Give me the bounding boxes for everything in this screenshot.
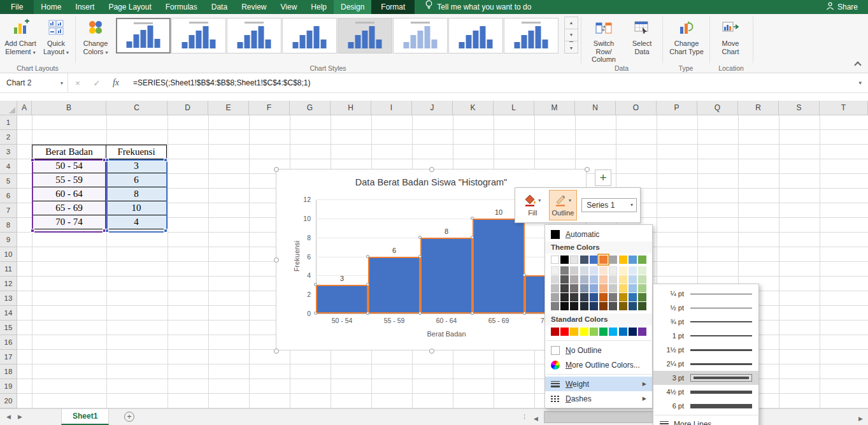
theme-color-variant-swatch[interactable] [629, 275, 637, 284]
theme-color-variant-swatch[interactable] [551, 302, 559, 310]
expand-formula-bar-icon[interactable]: ▾ [858, 80, 868, 86]
theme-color-variant-swatch[interactable] [619, 266, 627, 275]
standard-color-swatch[interactable] [629, 328, 637, 336]
theme-color-variant-swatch[interactable] [599, 284, 608, 292]
tab-data[interactable]: Data [204, 0, 234, 14]
gallery-scroll-up-button[interactable]: ▲ [564, 17, 578, 29]
theme-color-variant-swatch[interactable] [570, 284, 578, 292]
theme-color-variant-swatch[interactable] [609, 293, 617, 301]
theme-color-swatch[interactable] [609, 256, 617, 264]
chart-selection-handle[interactable] [274, 167, 279, 172]
row-header-20[interactable]: 20 [0, 394, 17, 408]
theme-color-variant-swatch[interactable] [638, 302, 646, 310]
theme-color-variant-swatch[interactable] [609, 266, 617, 275]
theme-color-swatch[interactable] [551, 256, 559, 264]
cell-berat-badan[interactable]: 55 - 59 [32, 173, 106, 187]
switch-row-column-button[interactable]: Switch Row/ Column [585, 16, 623, 66]
chart-title[interactable]: Data Berat Badan Siswa "Histogram" [276, 177, 586, 187]
tab-insert[interactable]: Insert [68, 0, 101, 14]
row-header-7[interactable]: 7 [0, 203, 17, 218]
sheet-nav-left-icon[interactable]: ◀ [6, 409, 11, 425]
theme-color-variant-swatch[interactable] [629, 293, 637, 301]
theme-color-variant-swatch[interactable] [560, 266, 569, 275]
column-header-c[interactable]: C [106, 101, 167, 115]
table-header-berat-badan[interactable]: Berat Badan [32, 145, 106, 159]
theme-color-variant-swatch[interactable] [570, 266, 578, 275]
enter-icon[interactable]: ✓ [87, 78, 106, 88]
chart-selection-handle[interactable] [429, 349, 434, 354]
row-header-2[interactable]: 2 [0, 130, 17, 145]
chart-elements-plus-button[interactable]: + [595, 169, 611, 186]
row-header-16[interactable]: 16 [0, 335, 17, 350]
chart-style-thumbnail-1[interactable] [116, 18, 171, 54]
gallery-expand-button[interactable]: ▼ [564, 41, 578, 54]
name-box[interactable]: Chart 2 ▾ [0, 73, 68, 92]
row-header-3[interactable]: 3 [0, 145, 17, 159]
gallery-scroll-down-button[interactable]: ▼ [564, 29, 578, 41]
theme-color-swatch[interactable] [560, 256, 569, 264]
series-bar-55-59[interactable] [368, 257, 420, 314]
theme-color-variant-swatch[interactable] [619, 302, 627, 310]
series-bar-65-69[interactable] [473, 219, 525, 313]
standard-color-swatch[interactable] [638, 328, 646, 336]
column-header-b[interactable]: B [32, 101, 106, 115]
column-header-a[interactable]: A [17, 101, 32, 115]
column-header-q[interactable]: Q [697, 101, 738, 115]
theme-color-variant-swatch[interactable] [629, 302, 637, 310]
row-header-5[interactable]: 5 [0, 174, 17, 189]
theme-color-variant-swatch[interactable] [570, 302, 578, 310]
chart-selection-handle[interactable] [274, 349, 279, 354]
scroll-left-icon[interactable]: ◀ [534, 411, 538, 425]
theme-color-variant-swatch[interactable] [599, 266, 608, 275]
series-bar-50-54[interactable] [316, 285, 368, 313]
select-data-button[interactable]: Select Data [625, 16, 658, 66]
column-header-g[interactable]: G [290, 101, 331, 115]
column-header-r[interactable]: R [738, 101, 779, 115]
chart-selection-handle[interactable] [274, 257, 279, 263]
chart-style-thumbnail-5[interactable] [338, 18, 392, 54]
cell-frekuensi[interactable]: 4 [106, 215, 167, 229]
theme-color-swatch[interactable] [580, 256, 588, 264]
column-header-k[interactable]: K [453, 101, 494, 115]
theme-color-variant-swatch[interactable] [560, 284, 569, 292]
theme-color-variant-swatch[interactable] [619, 293, 627, 301]
row-header-6[interactable]: 6 [0, 189, 17, 203]
theme-color-variant-swatch[interactable] [638, 293, 646, 301]
column-header-m[interactable]: M [534, 101, 575, 115]
row-header-14[interactable]: 14 [0, 306, 17, 321]
theme-color-variant-swatch[interactable] [609, 284, 617, 292]
theme-color-variant-swatch[interactable] [629, 284, 637, 292]
theme-color-variant-swatch[interactable] [580, 302, 588, 310]
series-selector[interactable]: Series 1 ▾ [581, 198, 637, 212]
theme-color-variant-swatch[interactable] [619, 284, 627, 292]
theme-color-variant-swatch[interactable] [560, 275, 569, 284]
standard-color-swatch[interactable] [570, 328, 578, 336]
chart-style-thumbnail-8[interactable] [504, 18, 559, 54]
theme-color-swatch[interactable] [590, 256, 598, 264]
theme-color-variant-swatch[interactable] [590, 266, 598, 275]
row-header-4[interactable]: 4 [0, 159, 17, 174]
quick-layout-button[interactable]: Quick Layout ▾ [39, 16, 73, 66]
theme-color-variant-swatch[interactable] [570, 293, 578, 301]
menu-item-dashes[interactable]: Dashes ▶ [545, 391, 652, 406]
theme-color-variant-swatch[interactable] [638, 284, 646, 292]
tell-me-box[interactable]: Tell me what you want to do [425, 0, 531, 14]
theme-color-variant-swatch[interactable] [599, 293, 608, 301]
weight-option-¾-pt[interactable]: ¾ pt [653, 315, 758, 329]
tab-review[interactable]: Review [234, 0, 273, 14]
formula-input[interactable]: =SERIES(;Sheet1!$B$4:$B$8;Sheet1!$C$4:$C… [133, 78, 311, 87]
chart-style-thumbnail-3[interactable] [227, 18, 281, 54]
cell-berat-badan[interactable]: 70 - 74 [32, 215, 106, 229]
standard-color-swatch[interactable] [551, 328, 559, 336]
theme-color-variant-swatch[interactable] [609, 275, 617, 284]
data-table[interactable]: Berat BadanFrekuensi50 - 54355 - 59660 -… [32, 145, 167, 229]
row-header-19[interactable]: 19 [0, 379, 17, 394]
change-chart-type-button[interactable]: Change Chart Type [666, 16, 707, 66]
theme-color-variant-swatch[interactable] [551, 293, 559, 301]
theme-color-variant-swatch[interactable] [619, 275, 627, 284]
theme-color-variant-swatch[interactable] [551, 275, 559, 284]
column-header-f[interactable]: F [249, 101, 290, 115]
menu-item-more-outline-colors[interactable]: More Outline Colors... [545, 357, 652, 372]
standard-color-swatch[interactable] [619, 328, 627, 336]
cell-frekuensi[interactable]: 6 [106, 173, 167, 187]
